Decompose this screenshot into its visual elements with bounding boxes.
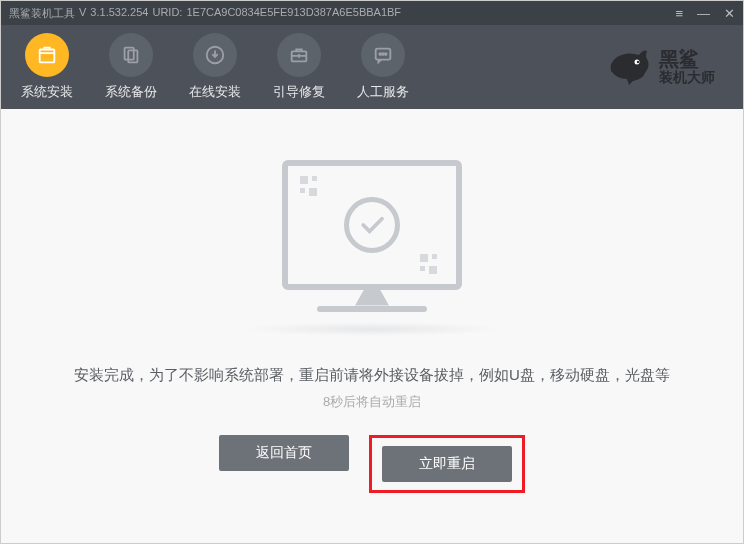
nav-system-install[interactable]: 系统安装 [21,33,73,101]
main-content: 安装完成，为了不影响系统部署，重启前请将外接设备拔掉，例如U盘，移动硬盘，光盘等… [1,109,743,543]
countdown-text: 8秒后将自动重启 [323,393,421,411]
chat-icon [361,33,405,77]
app-window: 黑鲨装机工具 V 3.1.532.254 URID: 1E7CA9C0834E5… [0,0,744,544]
urid-prefix: URID: [152,6,182,21]
checkmark-icon [344,197,400,253]
svg-point-7 [382,53,384,55]
titlebar: 黑鲨装机工具 V 3.1.532.254 URID: 1E7CA9C0834E5… [1,1,743,25]
back-home-button[interactable]: 返回首页 [219,435,349,471]
monitor-icon [282,160,462,290]
svg-rect-0 [40,50,55,63]
version: 3.1.532.254 [90,6,148,21]
svg-rect-1 [125,48,134,60]
brand-line1: 黑鲨 [659,48,715,70]
svg-point-8 [385,53,387,55]
svg-point-10 [637,61,639,63]
package-icon [25,33,69,77]
restart-now-button[interactable]: 立即重启 [382,446,512,482]
success-illustration [262,160,482,336]
brand-line2: 装机大师 [659,70,715,85]
nav-label: 人工服务 [357,83,409,101]
close-icon[interactable]: ✕ [724,6,735,21]
svg-point-6 [379,53,381,55]
nav-boot-repair[interactable]: 引导修复 [273,33,325,101]
nav-label: 引导修复 [273,83,325,101]
files-icon [109,33,153,77]
app-name: 黑鲨装机工具 [9,6,75,21]
nav-online-install[interactable]: 在线安装 [189,33,241,101]
toolbox-icon [277,33,321,77]
nav-support[interactable]: 人工服务 [357,33,409,101]
download-icon [193,33,237,77]
minimize-icon[interactable]: — [697,6,710,21]
brand-logo: 黑鲨 装机大师 [603,45,723,89]
highlight-annotation: 立即重启 [369,435,525,493]
nav-bar: 系统安装 系统备份 在线安装 引导修复 [1,25,743,109]
nav-label: 系统备份 [105,83,157,101]
version-prefix: V [79,6,86,21]
shark-icon [603,45,653,89]
completion-message: 安装完成，为了不影响系统部署，重启前请将外接设备拔掉，例如U盘，移动硬盘，光盘等 [74,366,670,385]
nav-label: 在线安装 [189,83,241,101]
menu-icon[interactable]: ≡ [675,6,683,21]
nav-label: 系统安装 [21,83,73,101]
nav-system-backup[interactable]: 系统备份 [105,33,157,101]
urid: 1E7CA9C0834E5FE913D387A6E5BBA1BF [186,6,401,21]
